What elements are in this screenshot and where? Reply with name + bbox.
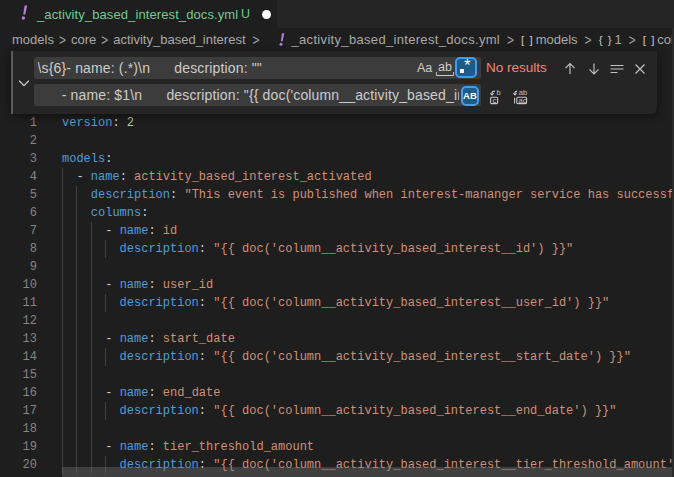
svg-text:ac: ac xyxy=(519,96,527,105)
svg-text:c: c xyxy=(492,96,496,105)
svg-text:b: b xyxy=(497,89,501,97)
